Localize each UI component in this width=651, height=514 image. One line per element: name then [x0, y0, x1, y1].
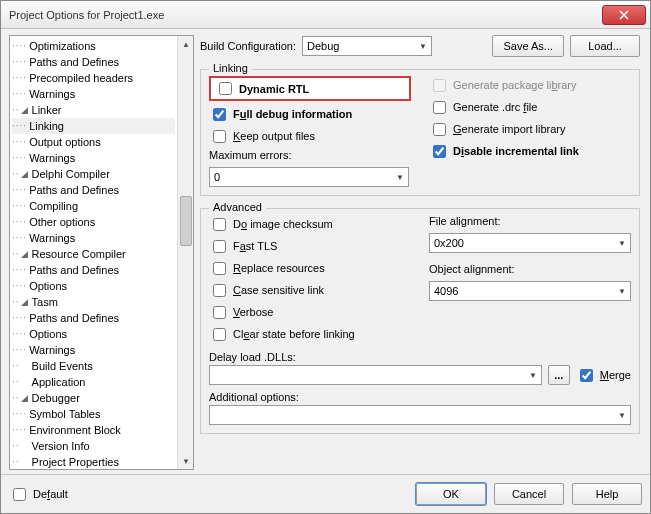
tree-item[interactable]: ····Warnings — [12, 150, 175, 166]
expander-icon[interactable]: ◢ — [20, 102, 30, 118]
delay-load-label: Delay load .DLLs: — [209, 351, 631, 363]
merge-checkbox-row[interactable]: Merge — [576, 366, 631, 384]
gen-drc-checkbox-row[interactable]: Generate .drc file — [429, 98, 631, 116]
additional-opts-select[interactable]: ▼ — [209, 405, 631, 425]
obj-align-label: Object alignment: — [429, 263, 631, 275]
close-icon — [619, 10, 629, 20]
dynamic-rtl-label: Dynamic RTL — [239, 83, 309, 95]
fast-tls-checkbox[interactable] — [213, 240, 226, 253]
tree-item[interactable]: ····Paths and Defines — [12, 182, 175, 198]
default-checkbox[interactable] — [13, 488, 26, 501]
save-as-button[interactable]: Save As... — [492, 35, 564, 57]
full-debug-checkbox-row[interactable]: Full debug information — [209, 105, 411, 123]
scroll-thumb[interactable] — [180, 196, 192, 246]
help-button[interactable]: Help — [572, 483, 642, 505]
tree-item[interactable]: ··Build Events — [12, 358, 175, 374]
tree-item-label: Application — [30, 374, 86, 390]
load-button[interactable]: Load... — [570, 35, 640, 57]
tree-item[interactable]: ··◢Resource Compiler — [12, 246, 175, 262]
tree-item-label: Paths and Defines — [27, 182, 119, 198]
close-button[interactable] — [602, 5, 646, 25]
full-debug-checkbox[interactable] — [213, 108, 226, 121]
tree-item[interactable]: ··◢Tasm — [12, 294, 175, 310]
tree-item[interactable]: ····Output options — [12, 134, 175, 150]
tree-item-label: Options — [27, 278, 67, 294]
tree-item[interactable]: ····Warnings — [12, 86, 175, 102]
tree-item-label: Symbol Tables — [27, 406, 100, 422]
tree-item[interactable]: ····Symbol Tables — [12, 406, 175, 422]
scrollbar[interactable]: ▲ ▼ — [177, 36, 193, 469]
tree-item-label: Warnings — [27, 342, 75, 358]
options-tree[interactable]: ····Optimizations····Paths and Defines··… — [10, 36, 177, 469]
tree-item[interactable]: ····Precompiled headers — [12, 70, 175, 86]
disable-inc-checkbox[interactable] — [433, 145, 446, 158]
verbose-checkbox-row[interactable]: Verbose — [209, 303, 411, 321]
gen-pkg-checkbox-row: Generate package library — [429, 76, 631, 94]
tree-item[interactable]: ····Options — [12, 278, 175, 294]
sidebar: ····Optimizations····Paths and Defines··… — [9, 35, 194, 470]
merge-checkbox[interactable] — [580, 369, 593, 382]
tree-item[interactable]: ····Linking — [12, 118, 175, 134]
tree-item[interactable]: ····Environment Block — [12, 422, 175, 438]
file-align-select[interactable]: 0x200▼ — [429, 233, 631, 253]
dynamic-rtl-checkbox[interactable] — [219, 82, 232, 95]
tree-item[interactable]: ··Project Properties — [12, 454, 175, 469]
replace-res-checkbox-row[interactable]: Replace resources — [209, 259, 411, 277]
tree-item-label: Resource Compiler — [30, 246, 126, 262]
do-image-checkbox[interactable] — [213, 218, 226, 231]
cancel-button[interactable]: Cancel — [494, 483, 564, 505]
scroll-up-icon[interactable]: ▲ — [178, 36, 194, 52]
tree-item[interactable]: ····Warnings — [12, 342, 175, 358]
footer: Default OK Cancel Help — [1, 474, 650, 513]
verbose-checkbox[interactable] — [213, 306, 226, 319]
clear-state-checkbox[interactable] — [213, 328, 226, 341]
expander-icon[interactable]: ◢ — [20, 294, 30, 310]
tree-item[interactable]: ····Options — [12, 326, 175, 342]
tree-item-label: Other options — [27, 214, 95, 230]
chevron-down-icon: ▼ — [618, 239, 626, 248]
disable-inc-checkbox-row[interactable]: Disable incremental link — [429, 142, 631, 160]
tree-item-label: Debugger — [30, 390, 80, 406]
gen-drc-checkbox[interactable] — [433, 101, 446, 114]
tree-item-label: Version Info — [30, 438, 90, 454]
tree-item[interactable]: ····Compiling — [12, 198, 175, 214]
max-errors-select[interactable]: 0 ▼ — [209, 167, 409, 187]
default-checkbox-row[interactable]: Default — [9, 485, 68, 503]
case-sens-checkbox[interactable] — [213, 284, 226, 297]
titlebar: Project Options for Project1.exe — [1, 1, 650, 29]
expander-icon[interactable]: ◢ — [20, 246, 30, 262]
keep-output-checkbox-row[interactable]: Keep output files — [209, 127, 411, 145]
chevron-down-icon: ▼ — [618, 411, 626, 420]
tree-item[interactable]: ····Optimizations — [12, 38, 175, 54]
obj-align-select[interactable]: 4096▼ — [429, 281, 631, 301]
tree-item[interactable]: ····Other options — [12, 214, 175, 230]
tree-item[interactable]: ··Version Info — [12, 438, 175, 454]
keep-output-checkbox[interactable] — [213, 130, 226, 143]
tree-item-label: Warnings — [27, 150, 75, 166]
expander-icon[interactable]: ◢ — [20, 166, 30, 182]
tree-item[interactable]: ··◢Debugger — [12, 390, 175, 406]
tree-item[interactable]: ··◢Linker — [12, 102, 175, 118]
ok-button[interactable]: OK — [416, 483, 486, 505]
gen-import-checkbox-row[interactable]: Generate import library — [429, 120, 631, 138]
tree-item-label: Project Properties — [30, 454, 119, 469]
tree-item[interactable]: ····Paths and Defines — [12, 310, 175, 326]
chevron-down-icon: ▼ — [396, 173, 404, 182]
tree-item[interactable]: ··Application — [12, 374, 175, 390]
do-image-checkbox-row[interactable]: Do image checksum — [209, 215, 411, 233]
fast-tls-checkbox-row[interactable]: Fast TLS — [209, 237, 411, 255]
window-title: Project Options for Project1.exe — [9, 9, 602, 21]
delay-load-browse-button[interactable]: ... — [548, 365, 570, 385]
tree-item[interactable]: ····Paths and Defines — [12, 54, 175, 70]
tree-item[interactable]: ··◢Delphi Compiler — [12, 166, 175, 182]
case-sens-checkbox-row[interactable]: Case sensitive link — [209, 281, 411, 299]
tree-item[interactable]: ····Paths and Defines — [12, 262, 175, 278]
delay-load-select[interactable]: ▼ — [209, 365, 542, 385]
clear-state-checkbox-row[interactable]: Clear state before linking — [209, 325, 411, 343]
gen-import-checkbox[interactable] — [433, 123, 446, 136]
tree-item[interactable]: ····Warnings — [12, 230, 175, 246]
replace-res-checkbox[interactable] — [213, 262, 226, 275]
scroll-down-icon[interactable]: ▼ — [178, 453, 194, 469]
build-config-select[interactable]: Debug ▼ — [302, 36, 432, 56]
expander-icon[interactable]: ◢ — [20, 390, 30, 406]
